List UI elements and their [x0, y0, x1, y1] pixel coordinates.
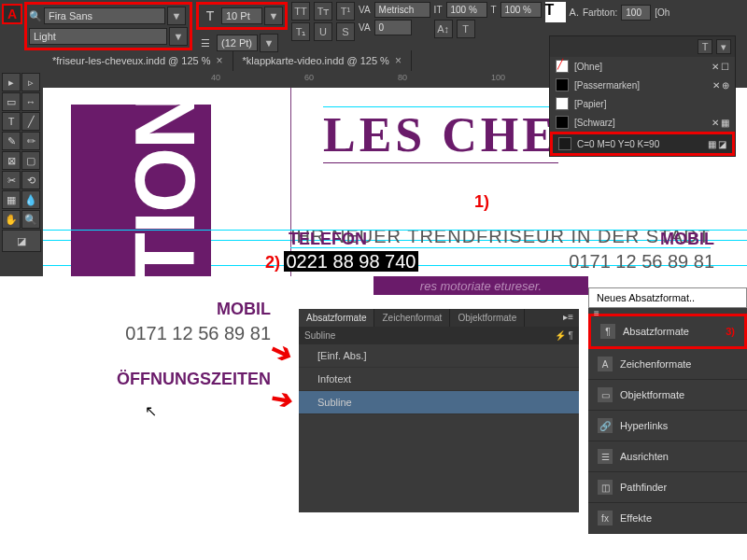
- flyout-ausrichten[interactable]: ☰ Ausrichten: [588, 441, 747, 472]
- type-tool[interactable]: T: [2, 112, 21, 131]
- flyout-pathfinder[interactable]: ◫ Pathfinder: [588, 472, 747, 503]
- dropdown-icon[interactable]: ▼: [260, 34, 278, 52]
- faded-text-bar: res motoriate etureser.: [374, 276, 588, 295]
- none-icon: ☐: [721, 62, 729, 72]
- paragraph-styles-panel: Absatzformate Zeichenformat Objektformat…: [299, 309, 579, 512]
- subscript-icon[interactable]: T₁: [291, 22, 310, 41]
- dropdown-icon[interactable]: ▼: [264, 7, 283, 25]
- font-family-select[interactable]: [44, 7, 165, 24]
- transform-tool[interactable]: ⟲: [21, 171, 40, 189]
- align-icon: ☰: [598, 449, 613, 464]
- dropdown-icon[interactable]: ▼: [169, 27, 188, 46]
- tracking-input[interactable]: [374, 20, 412, 35]
- kerning-select[interactable]: [374, 2, 430, 18]
- gap-tool[interactable]: ↔: [21, 92, 40, 111]
- paragraph-styles-icon: ¶: [600, 324, 615, 339]
- lock-icon: ✕: [712, 118, 719, 128]
- selected-phone-number[interactable]: 0221 88 98 740: [284, 251, 417, 272]
- new-paragraph-style[interactable]: Neues Absatzformat..: [588, 287, 747, 308]
- style-basic-paragraph[interactable]: [Einf. Abs.]: [299, 344, 579, 368]
- style-subline[interactable]: Subline: [299, 391, 579, 414]
- font-size-icon: T: [201, 7, 219, 25]
- rectangle-frame-tool[interactable]: ⊠: [2, 151, 21, 170]
- quick-apply-icon[interactable]: ⚡ ¶: [555, 330, 573, 341]
- mobil-label: MOBIL: [660, 230, 714, 249]
- strikethrough-icon[interactable]: S: [336, 22, 355, 41]
- annotation-3: 3): [726, 326, 735, 337]
- panel-flyout-menu: Neues Absatzformat.. ≡ ¶ Absatzformate 3…: [588, 287, 747, 534]
- line-tool[interactable]: ╱: [21, 112, 40, 131]
- tab-objektformate[interactable]: Objektformate: [450, 309, 525, 327]
- eyedropper-tool[interactable]: 💧: [21, 190, 40, 209]
- scissors-tool[interactable]: ✂: [2, 171, 21, 189]
- leading-icon: ☰: [196, 34, 215, 52]
- flyout-objektformate[interactable]: ▭ Objektformate: [588, 380, 747, 411]
- direct-select-tool[interactable]: ▹: [21, 73, 40, 91]
- swatch-k90[interactable]: C=0 M=0 Y=0 K=90 ▦◪: [550, 132, 735, 156]
- character-panel-icon[interactable]: A: [2, 4, 22, 24]
- hyperlinks-icon: 🔗: [598, 418, 613, 433]
- process-icon: ◪: [718, 139, 726, 149]
- annotation-2: 2): [265, 253, 280, 272]
- close-icon[interactable]: ×: [217, 54, 223, 67]
- bottom-canvas: MOBIL 0171 12 56 89 81 ÖFFNUNGSZEITEN ↖: [0, 276, 299, 560]
- fill-stroke-icon[interactable]: ◪: [2, 230, 41, 252]
- text-format-buttons: TT Tᴛ T¹ T₁ U S: [291, 2, 355, 41]
- swatch-none[interactable]: ╱ [Ohne] ✕☐: [550, 57, 735, 76]
- gradient-tool[interactable]: ▦: [2, 190, 21, 209]
- current-style-label: Subline: [304, 330, 335, 341]
- underline-icon[interactable]: U: [314, 22, 332, 41]
- object-styles-icon: ▭: [598, 387, 613, 402]
- tab-zeichenformat[interactable]: Zeichenformat: [374, 309, 450, 327]
- zoom-tool[interactable]: 🔍: [21, 210, 40, 229]
- small-caps-icon[interactable]: Tᴛ: [314, 2, 332, 21]
- leading-input[interactable]: [217, 35, 258, 51]
- style-infotext[interactable]: Infotext: [299, 368, 579, 391]
- selection-tool[interactable]: ▸: [2, 73, 21, 91]
- tab-absatzformate[interactable]: Absatzformate: [299, 309, 374, 327]
- pen-tool[interactable]: ✎: [2, 132, 21, 150]
- cursor-icon: ↖: [145, 402, 157, 420]
- font-size-controls: T ▼: [196, 2, 288, 30]
- baseline-shift-icon[interactable]: A↕: [434, 20, 453, 38]
- hand-tool[interactable]: ✋: [2, 210, 21, 229]
- cmyk-icon: ▦: [721, 118, 729, 128]
- rectangle-tool[interactable]: ▢: [21, 151, 40, 170]
- cmyk-icon: ▦: [708, 139, 716, 149]
- lock-icon: ✕: [712, 62, 719, 72]
- flyout-zeichenformate[interactable]: A Zeichenformate: [588, 349, 747, 380]
- vertical-scale[interactable]: [446, 2, 487, 18]
- panel-menu-icon[interactable]: ▾: [716, 39, 731, 54]
- flyout-effekte[interactable]: fx Effekte: [588, 503, 747, 534]
- page-tool[interactable]: ▭: [2, 92, 21, 111]
- flyout-absatzformate[interactable]: ¶ Absatzformate 3): [588, 314, 747, 349]
- flyout-hyperlinks[interactable]: 🔗 Hyperlinks: [588, 411, 747, 441]
- horizontal-scale[interactable]: [500, 2, 542, 18]
- annotation-1: 1): [474, 192, 489, 212]
- mobil-label-2: MOBIL: [217, 300, 271, 319]
- pencil-tool[interactable]: ✏: [21, 132, 40, 150]
- fill-color-icon[interactable]: T: [545, 2, 566, 22]
- effects-icon: fx: [598, 511, 613, 525]
- superscript-icon[interactable]: T¹: [336, 2, 355, 21]
- font-weight-select[interactable]: [29, 28, 167, 45]
- swatch-registration[interactable]: [Passermarken] ✕⊕: [550, 76, 735, 94]
- panel-menu-icon[interactable]: ≡: [594, 308, 599, 314]
- font-size-input[interactable]: [221, 7, 262, 24]
- all-caps-icon[interactable]: TT: [291, 2, 310, 21]
- swatch-paper[interactable]: [Papier]: [550, 94, 735, 113]
- dropdown-icon[interactable]: ▼: [167, 7, 186, 25]
- tint-input[interactable]: [621, 5, 651, 21]
- close-icon[interactable]: ×: [395, 54, 402, 67]
- panel-icon[interactable]: T: [698, 39, 712, 54]
- font-family-controls: 🔍 ▼ ▼: [24, 2, 192, 50]
- pathfinder-icon: ◫: [598, 480, 613, 495]
- mobil-number: 0171 12 56 89 81: [569, 251, 714, 273]
- skew-icon[interactable]: T: [457, 20, 475, 38]
- registration-icon: ⊕: [722, 80, 729, 91]
- main-headline: LES CHE: [323, 106, 558, 163]
- swatch-black[interactable]: [Schwarz] ✕▦: [550, 113, 735, 132]
- telefon-label: TELEFON: [289, 230, 367, 249]
- rotated-headline: TION: [118, 91, 214, 284]
- panel-menu-icon[interactable]: ▸≡: [557, 309, 579, 327]
